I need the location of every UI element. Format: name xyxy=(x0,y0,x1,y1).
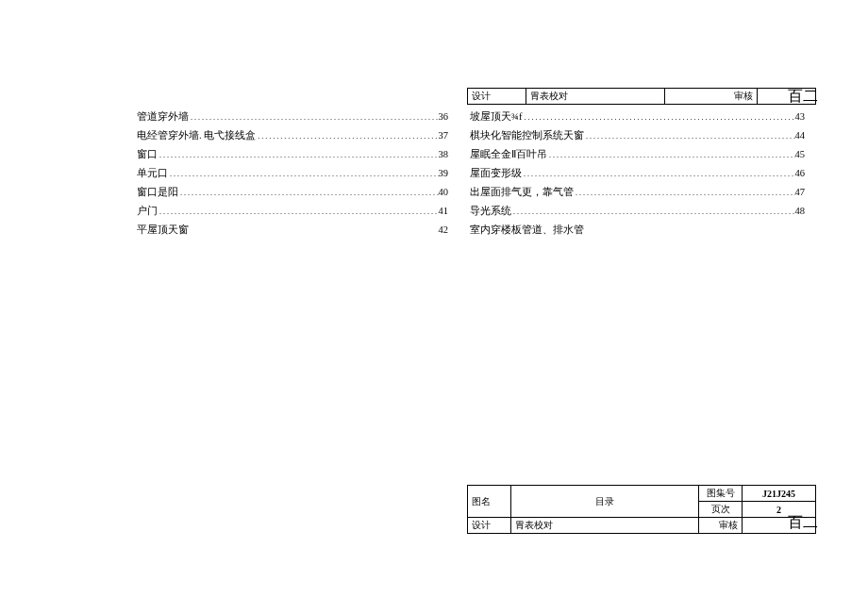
toc-page: 43 xyxy=(795,108,806,125)
toc-page: 39 xyxy=(439,164,449,182)
toc-label: 棋块化智能控制系统天窗 xyxy=(470,126,584,144)
toc-row: 屋眠全金Ⅱ百叶吊 ...............................… xyxy=(470,145,805,164)
toc-dots: ........................................… xyxy=(158,203,439,221)
toc-label: 窗口 xyxy=(137,145,158,163)
toc-row: 平屋顶天窗 . 42 xyxy=(137,221,448,240)
toc-label: 屋面变形级 xyxy=(470,164,522,182)
footer-setno-value: J21J245 xyxy=(743,486,816,502)
toc-label: 导光系统 xyxy=(470,202,511,220)
toc-row: 出屋面排气更，靠气管 .............................… xyxy=(470,183,805,202)
toc-row: 坡屋顶天¾f .................................… xyxy=(470,108,805,126)
toc-label: 单元口 xyxy=(137,164,168,182)
toc-page: 46 xyxy=(795,164,806,182)
toc-row: 棋块化智能控制系统天窗 ............................… xyxy=(470,126,805,145)
toc-row: 窗口是阳 ...................................… xyxy=(137,183,448,202)
toc-page: 42 xyxy=(439,221,449,239)
toc-dots: ........................................… xyxy=(256,127,438,145)
footer-handwritten: 百二 xyxy=(788,513,818,533)
toc-left-column: 管道穿外墙 ..................................… xyxy=(137,108,448,240)
toc-dots: ........................................… xyxy=(584,127,795,145)
toc-label: 出屋面排气更，靠气管 xyxy=(470,183,574,201)
header-check-label: 胃表校对 xyxy=(526,89,665,105)
toc-page: 48 xyxy=(795,202,806,220)
toc-label: 平屋顶天窗 xyxy=(137,221,189,239)
toc-label: 管道穿外墙 xyxy=(137,108,189,125)
toc-page: 40 xyxy=(439,183,449,201)
toc-page: 45 xyxy=(795,145,806,163)
footer-figname-value: 目录 xyxy=(510,486,698,518)
toc-row: 单元口 ....................................… xyxy=(137,164,448,183)
toc-page: 47 xyxy=(795,183,806,201)
toc-page: 38 xyxy=(439,145,449,163)
toc-dots: ........................................… xyxy=(511,203,795,221)
toc-dots: ........................................… xyxy=(158,146,439,164)
header-handwritten: 百二 xyxy=(788,87,818,107)
toc-row: 电经管穿外墙. 电弋接线盒 ..........................… xyxy=(137,126,448,145)
header-design-label: 设计 xyxy=(468,89,526,105)
toc-right-column: 坡屋顶天¾f .................................… xyxy=(470,108,805,240)
footer-check-label: 胃表校对 xyxy=(510,518,698,534)
toc-label: 屋眠全金Ⅱ百叶吊 xyxy=(470,145,547,163)
toc-label: 窗口是阳 xyxy=(137,183,178,201)
footer-setno-label: 图集号 xyxy=(699,486,743,502)
toc-page: 44 xyxy=(795,126,806,144)
toc-page: 36 xyxy=(439,108,449,125)
toc-row: 屋面变形级 ..................................… xyxy=(470,164,805,183)
toc-trailing-mark: " xyxy=(584,222,805,240)
toc-dots: ........................................… xyxy=(189,108,439,126)
toc-dots: ........................................… xyxy=(574,184,795,202)
toc-row: 管道穿外墙 ..................................… xyxy=(137,108,448,126)
toc-label: 坡屋顶天¾f xyxy=(470,108,522,125)
toc-dots: ........................................… xyxy=(522,108,794,126)
toc-page: 37 xyxy=(439,126,449,144)
toc-page: 41 xyxy=(439,202,449,220)
toc-label: 电经管穿外墙. 电弋接线盒 xyxy=(137,126,256,144)
footer-titleblock: 图名 目录 图集号 J21J245 页次 2 设计 胃表校对 审核 xyxy=(467,485,816,534)
toc-dots: ........................................… xyxy=(547,146,795,164)
toc-dots: ........................................… xyxy=(168,165,439,183)
footer-design-label: 设计 xyxy=(468,518,511,534)
header-review-label: 审核 xyxy=(665,89,758,105)
toc-row: 户门 .....................................… xyxy=(137,202,448,221)
toc-row: 导光系统 ...................................… xyxy=(470,202,805,221)
footer-figname-label: 图名 xyxy=(468,486,511,518)
footer-review-label: 审核 xyxy=(699,518,743,534)
header-strip: 设计 胃表校对 审核 xyxy=(467,88,816,105)
toc-label: 室内穿楼板管道、排水管 xyxy=(470,221,584,239)
footer-pageno-label: 页次 xyxy=(699,502,743,518)
toc-label: 户门 xyxy=(137,202,158,220)
toc-dots: ........................................… xyxy=(522,165,795,183)
toc-dots: ........................................… xyxy=(178,184,439,202)
toc-row: 室内穿楼板管道、排水管 " xyxy=(470,221,805,240)
toc-row: 窗口 .....................................… xyxy=(137,145,448,164)
